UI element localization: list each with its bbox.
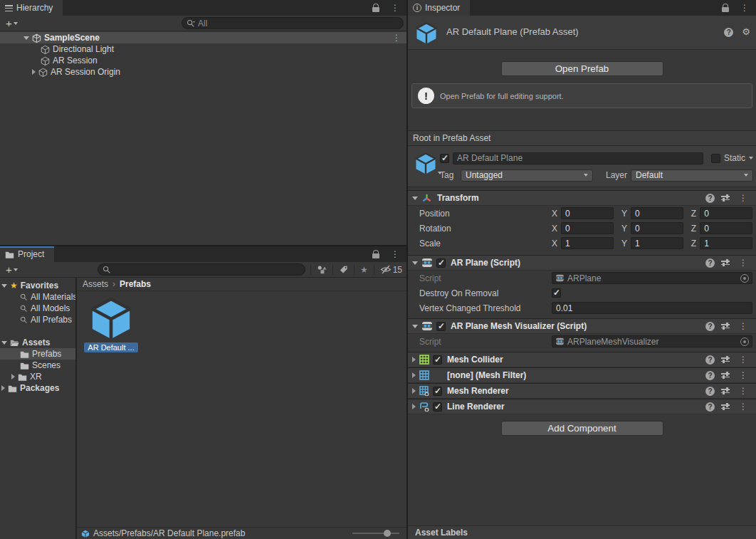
static-dropdown-icon[interactable] bbox=[749, 157, 753, 159]
asset-item-ar-default-plane[interactable]: AR Default ... bbox=[87, 295, 135, 352]
project-search[interactable] bbox=[98, 263, 305, 276]
foldout-closed-icon[interactable] bbox=[11, 374, 15, 380]
add-component-button[interactable]: Add Component bbox=[501, 421, 663, 436]
more-menu-icon[interactable] bbox=[736, 193, 750, 203]
foldout-open-icon[interactable] bbox=[412, 325, 418, 328]
hierarchy-search-input[interactable] bbox=[198, 19, 399, 28]
presets-icon[interactable] bbox=[721, 389, 730, 393]
mesh-filter-header[interactable]: [none] (Mesh Filter) bbox=[408, 367, 756, 383]
rotation-x-field[interactable]: 0 bbox=[561, 222, 614, 234]
presets-icon[interactable] bbox=[721, 373, 730, 377]
object-picker-icon[interactable] bbox=[740, 337, 749, 346]
presets-icon[interactable] bbox=[721, 196, 730, 200]
tag-dropdown[interactable]: Untagged bbox=[461, 169, 593, 182]
rotation-z-field[interactable]: 0 bbox=[700, 222, 752, 234]
tab-project[interactable]: Project bbox=[0, 246, 54, 262]
gameobject-name-field[interactable] bbox=[453, 152, 703, 164]
mesh-renderer-header[interactable]: Mesh Renderer bbox=[408, 383, 756, 399]
more-menu-icon[interactable] bbox=[388, 249, 402, 259]
component-enabled-checkbox[interactable] bbox=[433, 402, 442, 412]
script-object-field[interactable]: ARPlane bbox=[552, 272, 752, 284]
gameobject-name-input[interactable] bbox=[457, 153, 699, 163]
active-checkbox[interactable] bbox=[440, 154, 449, 163]
foldout-open-icon[interactable] bbox=[412, 261, 418, 265]
foldout-open-icon[interactable] bbox=[412, 197, 418, 200]
help-icon[interactable] bbox=[705, 258, 715, 268]
foldout-closed-icon[interactable] bbox=[412, 388, 416, 394]
breadcrumb-current[interactable]: Prefabs bbox=[120, 279, 151, 289]
more-menu-icon[interactable] bbox=[736, 321, 750, 331]
scale-z-field[interactable]: 1 bbox=[700, 237, 752, 249]
scale-y-field[interactable]: 1 bbox=[631, 237, 683, 249]
tree-item-all-models[interactable]: All Models bbox=[0, 303, 75, 314]
help-icon[interactable] bbox=[705, 387, 715, 396]
presets-icon[interactable] bbox=[721, 324, 730, 328]
scene-more-icon[interactable] bbox=[389, 33, 404, 43]
foldout-closed-icon[interactable] bbox=[1, 385, 5, 391]
help-icon[interactable] bbox=[705, 402, 715, 412]
hierarchy-item-ar-session-origin[interactable]: AR Session Origin bbox=[0, 66, 406, 78]
help-icon[interactable] bbox=[705, 355, 715, 365]
gear-icon[interactable] bbox=[742, 26, 750, 37]
presets-icon[interactable] bbox=[721, 261, 730, 265]
foldout-closed-icon[interactable] bbox=[412, 404, 416, 409]
tree-item-favorites[interactable]: Favorites bbox=[0, 280, 75, 291]
layer-dropdown[interactable]: Default bbox=[631, 169, 753, 182]
transform-header[interactable]: Transform bbox=[408, 190, 756, 206]
asset-labels-bar[interactable]: Asset Labels bbox=[408, 525, 756, 539]
tab-hierarchy[interactable]: Hierarchy bbox=[0, 0, 63, 16]
more-menu-icon[interactable] bbox=[388, 3, 402, 13]
position-x-field[interactable]: 0 bbox=[561, 207, 614, 219]
position-z-field[interactable]: 0 bbox=[700, 207, 752, 219]
filter-by-type-button[interactable] bbox=[313, 264, 331, 276]
more-menu-icon[interactable] bbox=[736, 370, 750, 380]
tree-item-scenes[interactable]: Scenes bbox=[0, 360, 75, 371]
open-prefab-button[interactable]: Open Prefab bbox=[501, 61, 663, 76]
ar-plane-mesh-visualizer-header[interactable]: AR Plane Mesh Visualizer (Script) bbox=[408, 318, 756, 334]
foldout-closed-icon[interactable] bbox=[412, 372, 416, 378]
more-menu-icon[interactable] bbox=[736, 355, 750, 365]
tree-item-packages[interactable]: Packages bbox=[0, 382, 75, 394]
tree-item-assets[interactable]: Assets bbox=[0, 337, 75, 348]
mesh-collider-header[interactable]: Mesh Collider bbox=[408, 352, 756, 367]
more-menu-icon[interactable] bbox=[736, 402, 750, 412]
rotation-y-field[interactable]: 0 bbox=[631, 222, 683, 234]
tab-inspector[interactable]: Inspector bbox=[408, 0, 470, 16]
more-menu-icon[interactable] bbox=[736, 258, 750, 268]
icon-size-slider[interactable] bbox=[352, 533, 399, 534]
script-object-field[interactable]: ARPlaneMeshVisualizer bbox=[552, 335, 752, 347]
hidden-items-button[interactable]: 15 bbox=[376, 264, 404, 276]
component-enabled-checkbox[interactable] bbox=[433, 355, 442, 365]
hierarchy-item-directional-light[interactable]: Directional Light bbox=[0, 43, 406, 55]
more-menu-icon[interactable] bbox=[736, 386, 750, 396]
component-enabled-checkbox[interactable] bbox=[433, 387, 442, 396]
create-button[interactable] bbox=[3, 17, 21, 29]
line-renderer-header[interactable]: Line Renderer bbox=[408, 399, 756, 414]
help-icon[interactable] bbox=[705, 322, 715, 331]
scale-x-field[interactable]: 1 bbox=[561, 237, 614, 249]
position-y-field[interactable]: 0 bbox=[631, 207, 683, 219]
help-icon[interactable] bbox=[705, 194, 715, 203]
slider-knob[interactable] bbox=[384, 530, 391, 537]
foldout-open-icon[interactable] bbox=[1, 284, 7, 288]
project-search-input[interactable] bbox=[114, 265, 300, 275]
foldout-open-icon[interactable] bbox=[1, 341, 7, 345]
breadcrumb-root[interactable]: Assets bbox=[83, 279, 108, 289]
foldout-closed-icon[interactable] bbox=[412, 357, 416, 362]
gameobject-prefab-icon[interactable] bbox=[414, 152, 437, 174]
help-icon[interactable] bbox=[705, 371, 715, 380]
hierarchy-item-ar-session[interactable]: AR Session bbox=[0, 55, 406, 66]
tree-item-prefabs[interactable]: Prefabs bbox=[0, 348, 75, 360]
destroy-on-removal-checkbox[interactable] bbox=[552, 288, 561, 298]
hierarchy-search[interactable] bbox=[182, 17, 404, 29]
help-icon[interactable] bbox=[724, 28, 733, 37]
lock-icon[interactable] bbox=[722, 7, 729, 12]
object-picker-icon[interactable] bbox=[740, 274, 749, 283]
lock-icon[interactable] bbox=[372, 253, 379, 258]
ar-plane-header[interactable]: AR Plane (Script) bbox=[408, 255, 756, 271]
component-enabled-checkbox[interactable] bbox=[436, 258, 446, 268]
static-checkbox[interactable] bbox=[711, 154, 720, 163]
foldout-closed-icon[interactable] bbox=[32, 69, 36, 75]
component-enabled-checkbox[interactable] bbox=[436, 322, 446, 331]
foldout-open-icon[interactable] bbox=[23, 36, 29, 40]
